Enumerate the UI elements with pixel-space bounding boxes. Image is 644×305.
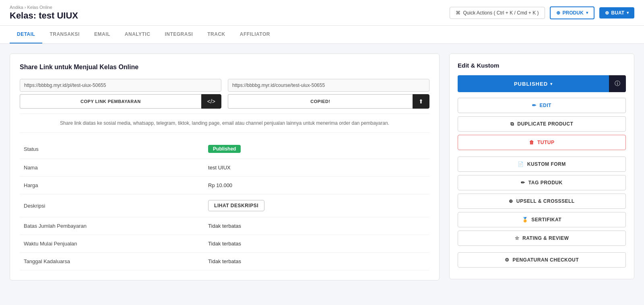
divider2 xyxy=(458,249,626,252)
upsell-label: UPSELL & CROSSSELL xyxy=(516,198,575,204)
tab-analytic[interactable]: ANALYTIC xyxy=(118,26,158,43)
row-value-harga: Rp 10.000 xyxy=(204,177,429,194)
pengaturan-checkout-button[interactable]: ⚙ PENGATURAN CHECKOUT xyxy=(458,252,626,268)
tab-transaksi[interactable]: TRANSAKSI xyxy=(42,26,87,43)
cert-icon: 🏅 xyxy=(522,217,528,223)
pengaturan-label: PENGATURAN CHECKOUT xyxy=(512,257,579,263)
info-icon: ⓘ xyxy=(615,80,620,87)
breadcrumb-parent[interactable]: Andika xyxy=(10,5,23,10)
edit-kustom-title: Edit & Kustom xyxy=(458,62,626,69)
buat-button[interactable]: ⊕ BUAT ▾ xyxy=(599,7,634,19)
divider xyxy=(458,153,626,157)
payment-link-btn-row: COPY LINK PEMBAYARAN </> xyxy=(20,94,221,109)
tab-bar: DETAIL TRANSAKSI EMAIL ANALYTIC INTEGRAS… xyxy=(0,26,644,44)
copy-payment-link-button[interactable]: COPY LINK PEMBAYARAN xyxy=(20,94,201,109)
row-label-deskripsi: Deskripsi xyxy=(20,194,204,217)
row-label-tanggal: Tanggal Kadaluarsa xyxy=(20,253,204,270)
table-row: Status Published xyxy=(20,139,429,159)
sertifikat-label: SERTIFIKAT xyxy=(531,217,561,223)
edit-icon: ✏ xyxy=(532,103,537,108)
tag-produk-button[interactable]: ✏ TAG PRODUK xyxy=(458,175,626,190)
header-right: ⌘ Quick Actions ( Ctrl + K / Cmd + K ) ⊕… xyxy=(450,6,634,19)
buat-label: BUAT xyxy=(611,10,624,16)
tutup-button[interactable]: 🗑 TUTUP xyxy=(458,135,626,150)
header-left: Andika › Kelas Online Kelas: test UIUX xyxy=(10,5,78,21)
rating-review-button[interactable]: ☆ RATING & REVIEW xyxy=(458,231,626,246)
main-content: Share Link untuk Menjual Kelas Online CO… xyxy=(0,44,644,290)
star-icon: ☆ xyxy=(515,235,520,241)
tab-detail[interactable]: DETAIL xyxy=(10,26,42,43)
form-icon: 📄 xyxy=(518,161,524,167)
published-bar: PUBLISHED ▾ ⓘ xyxy=(458,75,626,92)
tab-affiliator[interactable]: AFFILIATOR xyxy=(233,26,277,43)
course-link-input[interactable] xyxy=(228,79,429,92)
table-row: Batas Jumlah Pembayaran Tidak terbatas xyxy=(20,217,429,235)
row-label-batas: Batas Jumlah Pembayaran xyxy=(20,217,204,235)
keyboard-icon: ⌘ xyxy=(456,10,460,16)
settings-icon: ⚙ xyxy=(505,257,510,263)
table-row: Waktu Mulai Penjualan Tidak terbatas xyxy=(20,235,429,253)
share-section-title: Share Link untuk Menjual Kelas Online xyxy=(20,64,429,71)
breadcrumb-child[interactable]: Kelas Online xyxy=(27,5,52,10)
payment-link-group: COPY LINK PEMBAYARAN </> xyxy=(20,79,221,109)
edit-label: EDIT xyxy=(540,103,551,108)
info-table: Status Published Nama test UIUX Harga Rp… xyxy=(20,139,429,270)
upsell-crosssell-button[interactable]: ⊕ UPSELL & CROSSSELL xyxy=(458,194,626,209)
share-links-row: COPY LINK PEMBAYARAN </> COPIED! ⬆ xyxy=(20,79,429,109)
edit-button[interactable]: ✏ EDIT xyxy=(458,98,626,113)
chevron-down-icon-published: ▾ xyxy=(550,82,553,86)
row-value-tanggal: Tidak terbatas xyxy=(204,253,429,270)
row-label-nama: Nama xyxy=(20,159,204,177)
lihat-deskripsi-button[interactable]: LIHAT DESKRIPSI xyxy=(208,200,264,211)
code-icon: </> xyxy=(207,98,215,105)
chevron-down-icon: ▾ xyxy=(586,10,588,15)
row-value-batas: Tidak terbatas xyxy=(204,217,429,235)
published-button[interactable]: PUBLISHED ▾ xyxy=(458,75,609,92)
sertifikat-button[interactable]: 🏅 SERTIFIKAT xyxy=(458,212,626,227)
plus-circle-icon: ⊕ xyxy=(605,10,609,16)
duplicate-label: DUPLICATE PRODUCT xyxy=(517,121,573,127)
quick-actions-button[interactable]: ⌘ Quick Actions ( Ctrl + K / Cmd + K ) xyxy=(450,7,545,19)
page-title: Kelas: test UIUX xyxy=(10,10,78,21)
published-label: PUBLISHED xyxy=(514,81,548,87)
table-row: Harga Rp 10.000 xyxy=(20,177,429,194)
code-icon-button[interactable]: </> xyxy=(201,94,221,109)
breadcrumb: Andika › Kelas Online xyxy=(10,5,78,10)
share-icon: ⬆ xyxy=(419,98,423,105)
share-icon-button[interactable]: ⬆ xyxy=(413,94,429,109)
produk-label: PRODUK xyxy=(563,10,584,16)
duplicate-product-button[interactable]: ⧉ DUPLICATE PRODUCT xyxy=(458,116,626,132)
tag-icon: ✏ xyxy=(521,180,525,185)
tutup-label: TUTUP xyxy=(537,140,555,145)
quick-actions-label: Quick Actions ( Ctrl + K / Cmd + K ) xyxy=(463,10,539,16)
kustom-form-button[interactable]: 📄 KUSTOM FORM xyxy=(458,157,626,172)
row-value-status: Published xyxy=(204,139,429,159)
row-value-waktu: Tidak terbatas xyxy=(204,235,429,253)
header: Andika › Kelas Online Kelas: test UIUX ⌘… xyxy=(0,0,644,26)
share-note: Share link diatas ke sosial media, whats… xyxy=(20,113,429,133)
payment-link-input[interactable] xyxy=(20,79,221,92)
status-badge: Published xyxy=(208,145,241,153)
duplicate-icon: ⧉ xyxy=(510,121,514,127)
upsell-icon: ⊕ xyxy=(509,198,513,204)
row-label-status: Status xyxy=(20,139,204,159)
tag-produk-label: TAG PRODUK xyxy=(528,180,563,185)
course-link-group: COPIED! ⬆ xyxy=(228,79,429,109)
tab-email[interactable]: EMAIL xyxy=(87,26,118,43)
row-label-harga: Harga xyxy=(20,177,204,194)
kustom-form-label: KUSTOM FORM xyxy=(527,161,566,167)
table-row: Nama test UIUX xyxy=(20,159,429,177)
info-circle-button[interactable]: ⓘ xyxy=(609,75,626,92)
tab-integrasi[interactable]: INTEGRASI xyxy=(157,26,200,43)
trash-icon: 🗑 xyxy=(529,140,535,145)
produk-button[interactable]: ⊕ PRODUK ▾ xyxy=(550,6,594,19)
row-value-nama: test UIUX xyxy=(204,159,429,177)
left-panel: Share Link untuk Menjual Kelas Online CO… xyxy=(10,54,440,280)
tab-track[interactable]: TRACK xyxy=(200,26,233,43)
row-value-deskripsi: LIHAT DESKRIPSI xyxy=(204,194,429,217)
plus-icon: ⊕ xyxy=(556,10,560,16)
copied-button[interactable]: COPIED! xyxy=(228,94,413,109)
row-label-waktu: Waktu Mulai Penjualan xyxy=(20,235,204,253)
course-link-btn-row: COPIED! ⬆ xyxy=(228,94,429,109)
right-panel: Edit & Kustom PUBLISHED ▾ ⓘ ✏ EDIT ⧉ DUP… xyxy=(449,54,634,279)
